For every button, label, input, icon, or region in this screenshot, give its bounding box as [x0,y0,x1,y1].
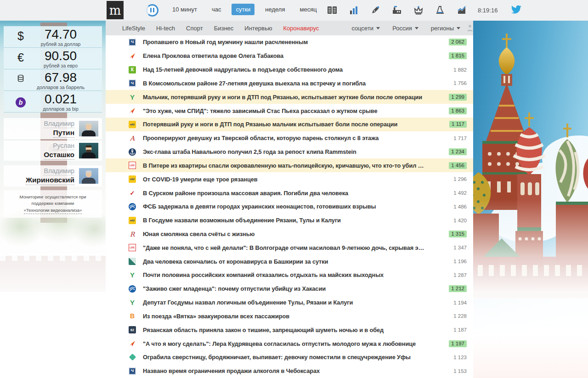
news-row[interactable]: ✓В Сурском районе произошла массовая ава… [106,186,473,200]
news-row[interactable]: BИз поезда «Вятка» эвакуировали всех пас… [106,310,473,323]
time-filter-час[interactable]: час [208,4,226,15]
source-icon: я62 [129,175,136,183]
news-row[interactable]: RЮная смолянка свела счёты с жизнью1 315 [106,227,473,241]
news-headline[interactable]: Депутат Госдумы назвал логичным объедине… [143,299,441,306]
news-headline[interactable]: "Заживо сжег младенца": почему отпустили… [143,285,441,292]
category-Hi-tech[interactable]: Hi-tech [156,25,175,32]
person-card-Осташко[interactable]: РусланОсташко [4,141,102,161]
footer-sponsor-link[interactable]: «Технологии видеоанализа» [24,207,82,214]
news-source: 62 [128,326,136,334]
crown-icon[interactable] [413,5,424,15]
source-icon: ✓ [130,190,135,196]
news-headline[interactable]: Рязанская область приняла закон о тишине… [143,327,441,333]
news-row[interactable]: LIFE"Даже не поняла, что с ней делали": … [106,241,473,254]
source-icon [129,203,136,210]
news-row[interactable]: КНад 15-летней девочкой надругались в по… [106,63,473,77]
news-headline[interactable]: Потерявший руку и ноги в ДТП под Рязанью… [143,121,441,128]
news-row[interactable]: ФСБ задержала в девяти городах украински… [106,200,473,214]
category-Коронавирус[interactable]: Коронавирус [283,25,319,32]
news-headline[interactable]: Мальчик, потерявший руку и ноги в ДТП по… [143,94,441,101]
news-headline[interactable]: Почти половина российских компаний отказ… [143,271,441,278]
news-row[interactable]: я62В Госдуме назвали возможным объединен… [106,214,473,227]
news-row[interactable]: YДепутат Госдумы назвал логичным объедин… [106,296,473,310]
source-icon: я62 [129,121,136,128]
person-first-name[interactable]: Владимир [44,120,74,129]
news-row[interactable]: Елена Проклова ответила вдове Олега Таба… [106,49,473,63]
factory-icon[interactable] [392,5,402,15]
news-headline[interactable]: Юная смолянка свела счёты с жизнью [143,231,441,237]
news-headline[interactable]: Пропавшего в Новый год мужчину нашли рас… [143,39,441,45]
news-headline[interactable]: Елена Проклова ответила вдове Олега Таба… [143,52,441,59]
avatar [79,143,98,158]
person-last-name[interactable]: Осташко [44,150,74,160]
news-headline[interactable]: Над 15-летней девочкой надругались в под… [143,66,441,73]
news-headline[interactable]: От COVID-19 умерли еще трое рязанцев [143,176,441,183]
news-row[interactable]: ЧВ Комсомольском районе 27-летняя девушк… [106,76,473,90]
mediametrics-logo[interactable]: m [107,1,124,19]
person-last-name[interactable]: Жириновский [26,175,74,185]
news-headline[interactable]: Ограбила сверстницу, бродяжничает, выпив… [143,354,441,361]
news-headline[interactable]: Экс-глава штаба Навального получил 2,5 г… [143,148,441,155]
news-row[interactable]: Два человека скончались от коронавируса … [106,254,473,268]
time-filter-неделя[interactable]: неделя [261,4,289,15]
news-headline[interactable]: В Сурском районе произошла массовая авар… [143,190,441,197]
news-row[interactable]: "Это хуже, чем СПИД": тяжело зависимый С… [106,104,473,118]
news-row[interactable]: ЧПропавшего в Новый год мужчину нашли ра… [106,35,473,49]
news-headline[interactable]: В Комсомольском районе 27-летняя девушка… [143,80,441,87]
time-filter-10-минут[interactable]: 10 минут [168,4,201,15]
dropdown-соцсети[interactable]: соцсети [351,25,380,32]
dropdown-Россия[interactable]: Россия [392,25,418,32]
news-row[interactable]: 62Рязанская область приняла закон о тиши… [106,323,473,337]
time-filter-месяц[interactable]: месяц [295,4,321,15]
source-icon [129,148,136,156]
time-filter-сутки[interactable]: сутки [232,4,254,15]
news-row[interactable]: Экс-глава штаба Навального получил 2,5 г… [106,145,473,159]
news-row[interactable]: ЧНазвано время ограничения продажи алког… [106,364,473,378]
twitter-icon[interactable] [510,4,522,15]
columns-icon[interactable] [327,5,337,15]
news-row[interactable]: YПочти половина российских компаний отка… [106,268,473,282]
news-row[interactable]: я62От COVID-19 умерли еще трое рязанцев1… [106,172,473,186]
bip-logo: b [16,97,26,107]
news-headline[interactable]: В Госдуме назвали возможным объединение … [143,217,441,224]
news-headline[interactable]: Прооперируют девушку из Тверской области… [143,135,441,141]
dropdown-label: Россия [392,25,412,32]
flask-icon[interactable] [435,5,445,15]
user-icon[interactable] [467,24,473,32]
trend-icon[interactable] [457,5,467,15]
category-Спорт[interactable]: Спорт [186,25,203,32]
person-names: ВладимирПутин [44,119,74,138]
category-Интервью[interactable]: Интервью [244,25,272,32]
category-LifeStyle[interactable]: LifeStyle [122,25,145,32]
pause-button[interactable] [146,4,158,17]
news-row[interactable]: "Заживо сжег младенца": почему отпустили… [106,282,473,296]
news-row[interactable]: AПрооперируют девушку из Тверской област… [106,131,473,145]
person-card-Жириновский[interactable]: ВладимирЖириновский [4,165,102,186]
view-count: 1 456 [441,162,467,169]
news-row[interactable]: Ограбила сверстницу, бродяжничает, выпив… [106,350,473,364]
news-row[interactable]: YМальчик, потерявший руку и ноги в ДТП п… [106,90,473,104]
person-first-name[interactable]: Руслан [53,142,74,151]
news-headline[interactable]: Названо время ограничения продажи алкого… [143,367,441,374]
pen-icon[interactable] [370,5,380,15]
news-source: я62 [128,175,136,183]
news-headline[interactable]: ФСБ задержала в девяти городах украински… [143,203,441,210]
news-headline[interactable]: "Это хуже, чем СПИД": тяжело зависимый С… [143,107,441,114]
category-Бизнес[interactable]: Бизнес [214,25,234,32]
news-headline[interactable]: Из поезда «Вятка» эвакуировали всех пасс… [143,313,441,320]
news-row[interactable]: "А что я могу сделать": Лера Кудрявцева … [106,337,473,350]
news-row[interactable]: LIFEВ Питере из квартиры спасли окровавл… [106,158,473,172]
person-card-Путин[interactable]: ВладимирПутин [4,118,102,139]
news-list: ЧПропавшего в Новый год мужчину нашли ра… [106,35,473,378]
bar-chart-icon[interactable] [349,5,359,15]
news-headline[interactable]: В Питере из квартиры спасли окровавленну… [143,162,441,169]
dropdown-регионы[interactable]: регионы [431,25,460,32]
news-headline[interactable]: "Даже не поняла, что с ней делали": В Во… [143,244,441,251]
news-row[interactable]: я62Потерявший руку и ноги в ДТП под Ряза… [106,118,473,131]
person-first-name[interactable]: Владимир [44,167,74,176]
news-headline[interactable]: "А что я могу сделать": Лера Кудрявцева … [143,340,441,347]
person-last-name[interactable]: Путин [53,128,74,138]
view-count-badge: 1 863 [449,107,467,114]
source-icon [129,52,136,60]
news-headline[interactable]: Два человека скончались от коронавируса … [143,258,441,265]
